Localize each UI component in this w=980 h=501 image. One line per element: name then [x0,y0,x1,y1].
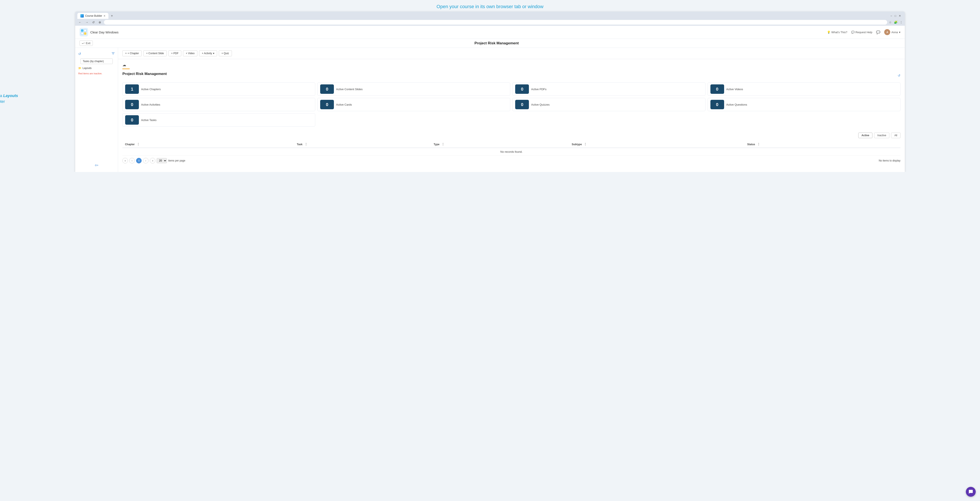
tab-label: Course Builder [85,14,102,17]
new-tab-button[interactable]: + [109,13,115,19]
col-status: Status ⋮ [745,141,900,148]
chat-icon[interactable]: 💬 [876,30,880,34]
active-activities-badge: 0 [125,100,139,109]
add-content-slide-button[interactable]: + Content Slide [143,50,167,56]
pagination-next-button[interactable]: › [143,158,148,163]
app-logo: Clear Day Windows [80,28,119,36]
active-questions-label: Active Questions [726,103,747,106]
close-window-icon[interactable]: ✕ [899,14,901,17]
logo-icon [80,28,88,36]
pagination-page-button[interactable]: 0 [136,158,142,163]
forward-nav-button[interactable]: → [84,20,89,24]
stat-active-content-slides: 0 Active Content Slides [317,82,510,96]
sidebar-filter-button[interactable] [111,52,115,56]
logo-text: Clear Day Windows [90,30,119,34]
stat-active-questions: 0 Active Questions [708,98,900,111]
question-icon: 💡 [827,31,830,34]
col-task-menu[interactable]: ⋮ [304,143,307,146]
sidebar-hint: Red items are inactive. [75,71,118,76]
add-pdf-button[interactable]: + PDF [169,50,181,56]
stats-grid: 1 Active Chapters 0 Active Activities 0 [123,82,900,127]
chevron-down-icon: ▾ [899,31,900,34]
active-chapters-label: Active Chapters [141,87,161,91]
pagination-last-button[interactable]: » [150,158,155,163]
active-tasks-badge: 0 [125,115,139,125]
sidebar-back-button[interactable]: ⇦ [95,163,99,168]
per-page-label: items per page [168,159,185,162]
active-content-slides-label: Active Content Slides [336,87,363,91]
page-title: Project Risk Management [93,41,900,45]
add-activity-button[interactable]: + Activity ▾ [199,50,217,56]
filter-inactive-button[interactable]: Inactive [874,133,889,138]
help-icon: 💬 [851,31,854,34]
whats-this-link[interactable]: 💡 What's This? [827,31,847,34]
maximize-icon[interactable]: □ [895,14,896,17]
active-quizzes-badge: 0 [515,100,529,109]
col-subtype-menu[interactable]: ⋮ [584,143,587,146]
stat-active-activities: 0 Active Activities [123,98,315,111]
avatar: A [884,29,890,35]
pagination-prev-button[interactable]: ‹ [129,158,135,163]
pagination-row: « ‹ 0 › » 20 items per page No items to … [123,156,900,166]
sidebar-folder-item[interactable]: 📁 Layouts [75,65,118,71]
request-help-link[interactable]: 💬 Request Help [851,31,872,34]
add-quiz-button[interactable]: + Quiz [219,50,232,56]
stat-active-chapters: 1 Active Chapters [123,82,315,96]
stat-active-cards: 0 Active Cards [317,98,510,111]
add-chapter-button[interactable]: + + Chapter [123,50,142,56]
tab-close-icon[interactable]: ✕ [103,14,105,17]
sidebar-view-select[interactable]: Tasks (by chapter) [80,59,113,64]
filter-active-button[interactable]: Active [858,133,872,138]
col-status-menu[interactable]: ⋮ [757,143,760,146]
svg-rect-2 [81,32,83,35]
stat-active-tasks: 0 Active Tasks [123,113,315,127]
active-content-slides-badge: 0 [320,84,334,94]
refresh-nav-button[interactable]: ↺ [91,20,96,24]
per-page-select[interactable]: 20 [157,158,167,163]
folder-icon: 📁 [78,67,81,70]
add-layouts-annotation: Add a Layouts chapter [0,93,18,105]
active-cards-badge: 0 [320,100,334,109]
extensions-icon[interactable]: 🧩 [894,21,897,24]
address-bar-input[interactable] [104,20,887,25]
filter-all-button[interactable]: All [891,133,900,138]
exit-icon: ⮐ [82,41,85,45]
pagination-first-button[interactable]: « [123,158,128,163]
no-records-row: No records found. [123,148,900,156]
col-type-menu[interactable]: ⋮ [441,143,444,146]
activity-dropdown-icon: ▾ [213,52,214,55]
user-menu[interactable]: A Anna ▾ [884,29,900,35]
cloud-save-icon[interactable]: ☁ [123,63,126,67]
menu-icon[interactable]: ⋮ [900,21,903,24]
plus-icon: + [125,52,127,55]
bookmark-icon[interactable]: ☆ [889,21,892,24]
sidebar-refresh-button[interactable]: ↺ [78,52,81,56]
stat-active-videos: 0 Active Videos [708,82,900,96]
minimize-icon[interactable]: – [891,14,892,17]
add-video-button[interactable]: + Video [183,50,197,56]
back-nav-button[interactable]: ← [77,20,83,24]
data-table: Chapter ⋮ Task ⋮ Type [123,141,900,156]
svg-rect-3 [84,32,86,35]
active-chapters-badge: 1 [125,84,139,94]
svg-rect-1 [84,29,86,32]
active-activities-label: Active Activities [141,103,160,106]
content-refresh-icon[interactable]: ↺ [898,74,900,78]
svg-rect-0 [81,29,83,32]
browser-tab[interactable]: Course Builder ✕ [77,13,108,19]
exit-button[interactable]: ⮐ Exit [80,40,93,46]
no-display-label: No items to display [879,159,900,162]
section-title: Project Risk Management [123,72,167,76]
filter-row: Active Inactive All [123,131,900,141]
active-videos-label: Active Videos [726,87,743,91]
tab-favicon [80,14,84,17]
nav-icon-button[interactable]: ⊕ [97,20,102,24]
col-chapter-menu[interactable]: ⋮ [137,143,140,146]
active-pdfs-badge: 0 [515,84,529,94]
active-cards-label: Active Cards [336,103,352,106]
content-toolbar: + + Chapter + Content Slide + PDF + Vide… [118,48,905,59]
sidebar: ↺ Tasks (by chapter) [75,48,118,172]
stat-active-pdfs: 0 Active PDFs [512,82,705,96]
col-subtype: Subtype ⋮ [569,141,745,148]
col-task: Task ⋮ [294,141,431,148]
